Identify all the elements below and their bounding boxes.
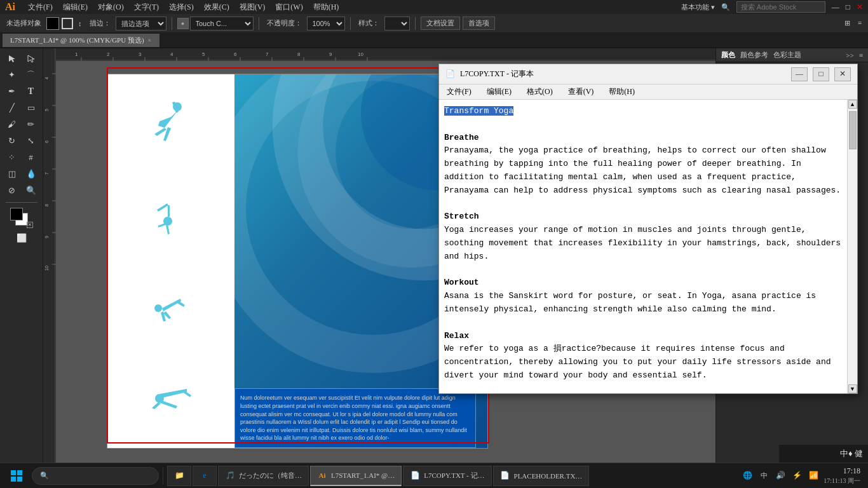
taskbar-music[interactable]: 🎵 だったのに（纯音… xyxy=(218,466,309,486)
notepad-menu-help[interactable]: 帮助(H) xyxy=(606,85,637,98)
scale-tool[interactable]: ⤡ xyxy=(22,133,40,149)
content-title-selected: Transform Yoga xyxy=(444,106,513,116)
taskbar-illustrator[interactable]: Ai L7START_1.AI* @… xyxy=(310,466,402,486)
mesh-tool[interactable]: # xyxy=(22,150,40,165)
svg-rect-46 xyxy=(11,470,16,475)
pen-tool[interactable]: ✒ xyxy=(3,84,21,99)
menu-edit[interactable]: 编辑(E) xyxy=(63,2,88,13)
taskbar: 🔍 📁 e 🎵 だったのに（纯音… Ai L7START_1.AI* @… 📄 … xyxy=(0,463,868,488)
battery-icon[interactable]: ⚡ xyxy=(790,470,803,482)
menu-help[interactable]: 帮助(H) xyxy=(313,2,339,13)
ruler-left: 4 5 6 7 8 9 10 xyxy=(43,48,56,469)
stock-search-input[interactable] xyxy=(736,1,825,13)
body-relax: We refer to yoga as a 損ractice?because i… xyxy=(444,344,831,380)
scroll-thumb[interactable] xyxy=(849,111,857,149)
shape-tool[interactable]: ▭ xyxy=(22,100,40,116)
measure-tool[interactable]: ⊘ xyxy=(3,183,21,198)
svg-text:8: 8 xyxy=(44,204,49,207)
svg-text:4: 4 xyxy=(170,51,173,57)
zoom-tool[interactable]: 🔍 xyxy=(22,183,40,198)
wifi-icon[interactable]: 📶 xyxy=(807,470,820,482)
eyedropper-tool[interactable]: 💧 xyxy=(22,166,40,182)
heading-stretch: Stretch xyxy=(444,212,479,221)
tab-close-button[interactable]: × xyxy=(148,37,152,44)
taskbar-file-explorer[interactable]: 📁 xyxy=(167,466,191,486)
active-document-tab[interactable]: L7START_1.AI* @ 100% (CMYK/GPU 预选) × xyxy=(3,34,159,47)
svg-rect-48 xyxy=(11,477,16,482)
color-tab[interactable]: 颜色 xyxy=(721,50,735,60)
artboard[interactable]: Num doloreetum ver esequam ver suscipist… xyxy=(107,74,488,449)
rotate-tool[interactable]: ↻ xyxy=(3,133,21,149)
menu-effect[interactable]: 效果(C) xyxy=(204,2,229,13)
taskbar-ai-label: L7START_1.AI* @… xyxy=(331,471,395,479)
notepad-menu-file[interactable]: 文件(F) xyxy=(444,85,474,98)
color-theme-tab[interactable]: 色彩主题 xyxy=(773,50,801,60)
notepad-minimize-button[interactable]: — xyxy=(791,67,808,81)
edge-icon: e xyxy=(200,471,210,481)
direct-select-tool[interactable] xyxy=(22,51,40,66)
taskbar-placeholder[interactable]: 📄 PLACEHOLDER.TX… xyxy=(493,466,590,486)
separator-3 xyxy=(350,17,351,30)
taskbar-edge[interactable]: e xyxy=(193,466,217,486)
notepad-maximize-button[interactable]: □ xyxy=(813,67,829,81)
grid-view-icon[interactable]: ⊞ xyxy=(842,18,853,29)
gradient-tool[interactable]: ◫ xyxy=(3,166,21,182)
color-ref-tab[interactable]: 颜色参考 xyxy=(740,50,768,60)
scroll-up-button[interactable]: ▲ xyxy=(848,100,857,109)
menu-view[interactable]: 视图(V) xyxy=(240,2,266,13)
panel-expand-icon[interactable]: >> xyxy=(846,51,853,59)
text-overlay-box[interactable]: Num doloreetum ver esequam ver suscipist… xyxy=(234,388,476,448)
ime-sys-icon[interactable]: 中 xyxy=(757,470,770,482)
stroke-select[interactable]: 描边选项 xyxy=(116,17,166,30)
notepad-close-button[interactable]: ✕ xyxy=(834,67,851,81)
blend-tool[interactable]: ⁘ xyxy=(3,150,21,165)
yoga-figure-3 xyxy=(146,273,196,337)
heading-breathe: Breathe xyxy=(444,133,479,142)
panel-menu-icon[interactable]: ≡ xyxy=(859,51,863,59)
notepad-menu-format[interactable]: 格式(O) xyxy=(524,85,555,98)
paintbrush-tool[interactable]: 🖌 xyxy=(3,117,21,132)
pencil-tool[interactable]: ✏ xyxy=(22,117,40,132)
style-select[interactable] xyxy=(384,17,410,30)
touch-select[interactable]: Touch C... xyxy=(190,17,254,30)
line-tool[interactable]: ╱ xyxy=(3,100,21,116)
doc-settings-button[interactable]: 文档设置 xyxy=(421,17,460,30)
window-close-icon[interactable]: ✕ xyxy=(857,3,863,12)
window-restore-icon[interactable]: □ xyxy=(846,3,850,12)
fill-color-swatch[interactable] xyxy=(10,208,23,220)
scroll-down-button[interactable]: ▼ xyxy=(848,384,857,393)
menu-object[interactable]: 对象(O) xyxy=(98,2,124,13)
window-minimize-icon[interactable]: — xyxy=(832,3,839,12)
type-tool[interactable]: T xyxy=(22,84,40,99)
menu-file[interactable]: 文件(F) xyxy=(28,2,53,13)
scroll-track[interactable] xyxy=(849,109,857,384)
fill-swatch[interactable] xyxy=(46,17,59,30)
taskbar-notepad[interactable]: 📄 L7COPY.TXT - 记… xyxy=(403,466,491,486)
notepad-title: L7COPY.TXT - 记事本 xyxy=(460,69,786,79)
notepad-menu-edit[interactable]: 编辑(E) xyxy=(484,85,514,98)
menu-select[interactable]: 选择(S) xyxy=(169,2,194,13)
stroke-arrows[interactable]: ↕ xyxy=(76,18,85,29)
menu-window[interactable]: 窗口(W) xyxy=(275,2,302,13)
lasso-tool[interactable]: ⌒ xyxy=(22,67,40,83)
taskbar-music-label: だったのに（纯音… xyxy=(239,471,302,480)
magic-wand-tool[interactable]: ✦ xyxy=(3,67,21,83)
music-icon: 🎵 xyxy=(225,471,235,481)
opacity-select[interactable]: 100% xyxy=(307,17,345,30)
preferences-button[interactable]: 首选项 xyxy=(463,17,495,30)
notepad-menu-view[interactable]: 查看(V) xyxy=(566,85,597,98)
arrange-icon[interactable]: ≡ xyxy=(855,18,864,29)
workspace-label[interactable]: 基本功能 ▾ xyxy=(681,3,715,12)
volume-icon[interactable]: 🔊 xyxy=(774,470,787,482)
notepad-scrollbar[interactable]: ▲ ▼ xyxy=(847,100,857,393)
notepad-content[interactable]: Transform Yoga Breathe Pranayama, the yo… xyxy=(439,100,847,393)
none-color[interactable]: ✕ xyxy=(27,222,33,228)
stroke-indicator[interactable] xyxy=(62,18,73,29)
network-icon[interactable]: 🌐 xyxy=(741,470,754,482)
taskbar-search-box[interactable]: 🔍 xyxy=(32,467,159,485)
selection-tool[interactable] xyxy=(3,51,21,66)
menu-text[interactable]: 文字(T) xyxy=(134,2,159,13)
screen-mode-tool[interactable]: ⬜ xyxy=(13,231,31,246)
start-button[interactable] xyxy=(3,466,31,486)
system-clock[interactable]: 17:18 17:11:13 周一 xyxy=(824,466,860,485)
